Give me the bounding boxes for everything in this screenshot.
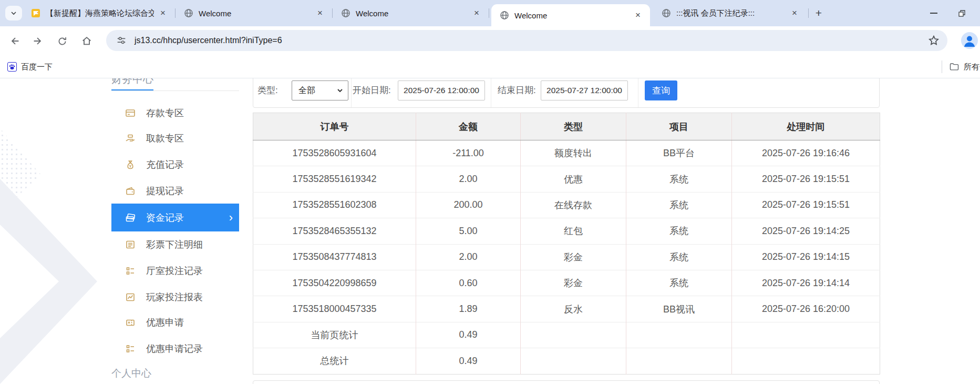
chart-icon [125, 292, 136, 302]
all-bookmarks-button[interactable]: 所有书签 [949, 59, 980, 74]
cell-process-time: 2025-07-26 19:16:46 [732, 140, 880, 166]
box-list-icon [125, 343, 136, 354]
table-row: 1753508437774813 2.00 彩金 系统 2025-07-26 1… [253, 244, 880, 270]
sidebar-item-lottery-bet-detail[interactable]: 彩票下注明细 [111, 233, 239, 256]
forward-button[interactable] [30, 34, 45, 48]
cell-order-id: 1753528605931604 [253, 140, 416, 166]
restore-window-button[interactable] [958, 9, 965, 19]
cell-process-time: 2025-07-26 16:20:00 [732, 296, 880, 322]
cell-amount: -211.00 [416, 140, 521, 166]
tab-welcome-active[interactable]: Welcome × [491, 4, 650, 26]
col-order-id: 订单号 [253, 113, 416, 140]
cell-type: 彩金 [521, 244, 626, 270]
reload-button[interactable] [55, 34, 69, 48]
sidebar-item-withdraw-zone[interactable]: 取款专区 [111, 127, 239, 150]
col-process-time: 处理时间 [732, 113, 880, 140]
table-row: 1753528605931604 -211.00 额度转出 BB平台 2025-… [253, 140, 880, 166]
cell-project: 系统 [626, 166, 732, 192]
back-button[interactable] [8, 34, 23, 48]
filter-divider [491, 78, 491, 107]
sidebar-item-deposit-zone[interactable]: 存款专区 [111, 102, 239, 125]
sidebar-item-funds-records[interactable]: 资金记录 › [111, 204, 239, 231]
end-date-input[interactable] [541, 80, 628, 100]
cell-label: 总统计 [253, 348, 416, 374]
sidebar-item-player-bet-report[interactable]: 玩家投注报表 [111, 286, 239, 309]
box-list-icon [125, 266, 136, 276]
cell-amount: 1.89 [416, 296, 521, 322]
bookmark-baidu[interactable]: 百度一下 [7, 59, 53, 74]
minimize-button[interactable] [930, 13, 937, 14]
cell-amount: 2.00 [416, 244, 521, 270]
cell-project: BB视讯 [626, 296, 732, 322]
sidebar-item-recharge-records[interactable]: 充值记录 [111, 153, 239, 176]
cell-amount: 2.00 [416, 166, 521, 192]
col-project: 项目 [626, 113, 732, 140]
tab-title: Welcome [199, 9, 311, 18]
folder-icon [949, 62, 960, 72]
bank-card-icon [125, 108, 136, 118]
tab-close-icon[interactable]: × [471, 7, 482, 19]
query-button[interactable]: 查询 [645, 80, 677, 100]
bookmarks-divider [942, 60, 942, 73]
cell-amount: 5.00 [416, 218, 521, 244]
globe-icon [662, 8, 671, 18]
cell-process-time: 2025-07-26 19:15:51 [732, 166, 880, 192]
tab-separator [489, 8, 489, 18]
end-date-label: 结束日期: [498, 80, 536, 100]
table-row: 1753528551602308 200.00 在线存款 系统 2025-07-… [253, 192, 880, 218]
tab-welcome-2[interactable]: Welcome × [333, 0, 489, 26]
col-type: 类型 [521, 113, 626, 140]
tab-close-icon[interactable]: × [157, 7, 169, 19]
tab-title: :::视讯 会员下注纪录::: [676, 8, 786, 18]
filter-panel: 类型: 全部 开始日期: 结束日期: 查询 [253, 78, 880, 108]
browser-window: 【新提醒】海燕策略论坛综合交 × Welcome × Welcome × Wel… [0, 0, 980, 384]
cell-project: BB平台 [626, 140, 732, 166]
tab-video-records[interactable]: :::视讯 会员下注纪录::: × [653, 0, 807, 26]
cell-type: 在线存款 [521, 192, 626, 218]
tab-close-icon[interactable]: × [789, 7, 800, 19]
table-row: 1753528551619342 2.00 优惠 系统 2025-07-26 1… [253, 166, 880, 192]
start-date-input[interactable] [398, 80, 485, 100]
type-select[interactable]: 全部 [292, 80, 348, 100]
sidebar-item-withdrawal-records[interactable]: 提现记录 [111, 179, 239, 203]
cell-project: 系统 [626, 270, 732, 296]
type-label: 类型: [257, 80, 278, 100]
tab-close-icon[interactable]: × [632, 9, 644, 21]
tab-close-icon[interactable]: × [314, 7, 326, 19]
tab-forum[interactable]: 【新提醒】海燕策略论坛综合交 × [23, 0, 175, 26]
cell-amount: 0.60 [416, 270, 521, 296]
all-bookmarks-label: 所有书签 [964, 62, 980, 72]
tab-search-button[interactable] [5, 6, 22, 21]
site-info-icon[interactable] [116, 35, 127, 46]
table-header-row: 订单号 金额 类型 项目 处理时间 [253, 113, 880, 140]
sidebar-item-hall-bet-records[interactable]: 厅室投注记录 [111, 259, 239, 282]
profile-avatar[interactable] [961, 32, 978, 49]
omnibox[interactable]: js13.cc/hhcp/usercenter.html?iniType=6 [106, 30, 947, 51]
cell-process-time: 2025-07-26 19:14:15 [732, 244, 880, 270]
cell-amount: 0.49 [416, 348, 521, 374]
globe-icon [184, 8, 193, 18]
globe-icon [500, 11, 509, 20]
sidebar-item-promo-apply-records[interactable]: 优惠申请记录 [111, 337, 239, 360]
tab-separator [808, 8, 809, 18]
sidebar-section-personal-center: 个人中心 [111, 367, 151, 380]
cell-type: 优惠 [521, 166, 626, 192]
bookmark-star-icon[interactable] [927, 34, 940, 47]
home-button[interactable] [79, 34, 94, 48]
sidebar-item-promo-apply[interactable]: 优惠申请 [111, 311, 239, 334]
forum-favicon-icon [31, 8, 40, 18]
sidebar-section-heading: 财务中心 [111, 78, 195, 85]
tab-welcome-1[interactable]: Welcome × [176, 0, 332, 26]
cell-amount: 200.00 [416, 192, 521, 218]
cell-project: 系统 [626, 244, 732, 270]
start-date-label: 开始日期: [353, 80, 391, 100]
table-row-page-total: 当前页统计 0.49 [253, 322, 880, 348]
chevron-right-icon: › [229, 212, 233, 224]
tab-strip: 【新提醒】海燕策略论坛综合交 × Welcome × Welcome × Wel… [0, 0, 980, 26]
person-icon [961, 32, 978, 49]
cell-process-time: 2025-07-26 19:14:25 [732, 218, 880, 244]
new-tab-button[interactable]: + [811, 6, 826, 21]
bookmarks-bar: 百度一下 所有书签 [0, 55, 980, 78]
cell-type: 额度转出 [521, 140, 626, 166]
table-row: 1753528465355132 5.00 红包 系统 2025-07-26 1… [253, 218, 880, 244]
